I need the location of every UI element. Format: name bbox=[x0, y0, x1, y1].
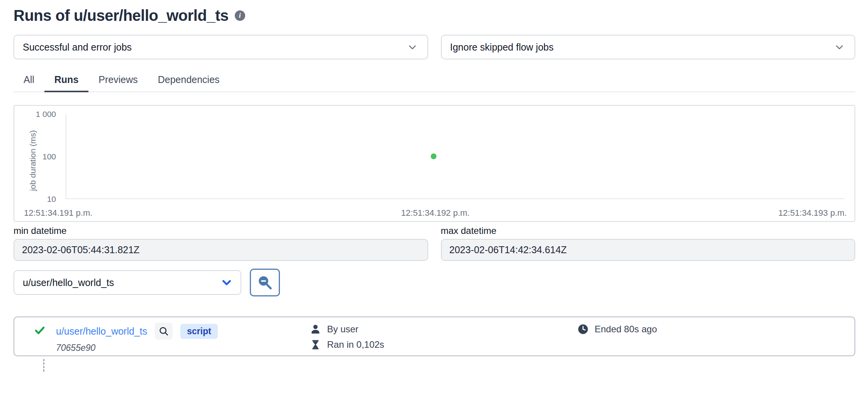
duration-chart[interactable]: job duration (ms) 1 000 100 10 12:51:34.… bbox=[14, 105, 855, 222]
run-id: 70655e90 bbox=[56, 343, 218, 353]
run-by-text: By user bbox=[327, 324, 358, 335]
script-picker-row: u/user/hello_world_ts bbox=[14, 269, 855, 296]
run-title-block: u/user/hello_world_ts script 70655e90 bbox=[56, 323, 218, 353]
run-ended-text: Ended 80s ago bbox=[595, 324, 657, 335]
runs-page: Runs of u/user/hello_world_ts i Successf… bbox=[0, 0, 868, 372]
min-datetime-label: min datetime bbox=[14, 225, 428, 236]
timeline-connector bbox=[43, 359, 44, 372]
chart-dot-layer bbox=[24, 114, 843, 199]
clock-icon bbox=[577, 323, 589, 335]
tab-bar: All Runs Previews Dependencies bbox=[14, 69, 855, 92]
tab-all[interactable]: All bbox=[14, 69, 44, 92]
search-icon bbox=[257, 274, 273, 291]
run-main: u/user/hello_world_ts script 70655e90 bbox=[34, 323, 218, 353]
run-by-row: By user bbox=[310, 322, 384, 337]
run-title-line: u/user/hello_world_ts script bbox=[56, 323, 218, 340]
script-path-select-value: u/user/hello_world_ts bbox=[23, 277, 114, 288]
magnifier-icon bbox=[158, 326, 169, 337]
chevron-down-icon bbox=[834, 41, 845, 53]
max-datetime-label: max datetime bbox=[441, 225, 856, 236]
job-status-select-value: Successful and error jobs bbox=[23, 42, 132, 53]
inspect-run-button[interactable] bbox=[155, 323, 173, 340]
info-icon[interactable]: i bbox=[235, 10, 245, 21]
chart-x-axis: 12:51:34.191 p.m. 12:51:34.192 p.m. 12:5… bbox=[24, 208, 847, 218]
hourglass-icon bbox=[310, 339, 321, 350]
min-datetime-input[interactable] bbox=[14, 239, 428, 261]
run-meta-column: By user Ran in 0,102s bbox=[310, 322, 384, 352]
filter-row: Successful and error jobs Ignore skipped… bbox=[14, 35, 855, 59]
run-path-link[interactable]: u/user/hello_world_ts bbox=[56, 326, 147, 337]
success-check-icon bbox=[34, 323, 46, 353]
max-datetime-input[interactable] bbox=[441, 239, 856, 261]
x-tick-left: 12:51:34.191 p.m. bbox=[24, 208, 92, 218]
search-runs-button[interactable] bbox=[250, 269, 280, 296]
run-row[interactable]: u/user/hello_world_ts script 70655e90 By… bbox=[14, 316, 855, 356]
max-datetime-group: max datetime bbox=[441, 225, 856, 261]
chevron-down-icon bbox=[220, 276, 233, 289]
user-icon bbox=[310, 323, 321, 335]
run-duration-row: Ran in 0,102s bbox=[310, 337, 384, 352]
tab-previews[interactable]: Previews bbox=[88, 69, 147, 92]
tab-dependencies[interactable]: Dependencies bbox=[148, 69, 230, 92]
skipped-flow-select[interactable]: Ignore skipped flow jobs bbox=[441, 35, 856, 59]
datetime-filter-row: min datetime max datetime bbox=[14, 225, 855, 261]
skipped-flow-select-value: Ignore skipped flow jobs bbox=[450, 42, 554, 53]
x-tick-center: 12:51:34.192 p.m. bbox=[401, 208, 470, 218]
run-duration-text: Ran in 0,102s bbox=[327, 339, 384, 350]
run-ended-row: Ended 80s ago bbox=[577, 322, 657, 337]
script-path-select[interactable]: u/user/hello_world_ts bbox=[14, 270, 241, 295]
tab-runs[interactable]: Runs bbox=[44, 69, 89, 92]
chevron-down-icon bbox=[407, 41, 418, 53]
run-ended-column: Ended 80s ago bbox=[577, 322, 657, 337]
x-tick-right: 12:51:34.193 p.m. bbox=[778, 208, 847, 218]
min-datetime-group: min datetime bbox=[14, 225, 428, 261]
chart-data-point[interactable] bbox=[431, 154, 436, 159]
page-title: Runs of u/user/hello_world_ts bbox=[14, 7, 229, 24]
page-header: Runs of u/user/hello_world_ts i bbox=[14, 5, 855, 25]
job-kind-badge: script bbox=[180, 324, 218, 339]
job-status-select[interactable]: Successful and error jobs bbox=[14, 35, 428, 59]
